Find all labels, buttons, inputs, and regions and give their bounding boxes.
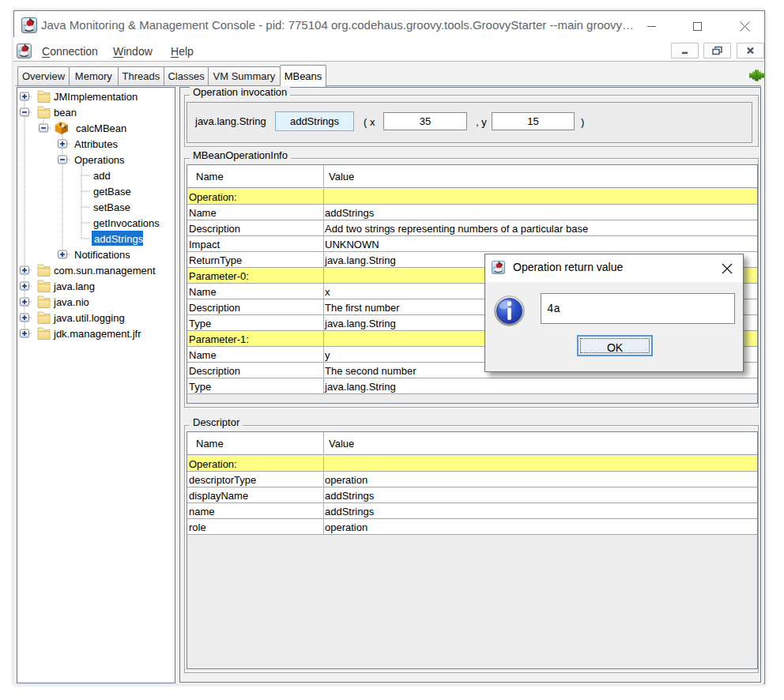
svg-text:jdk.management.jfr: jdk.management.jfr — [53, 328, 141, 340]
svg-text:calcMBean: calcMBean — [76, 122, 126, 134]
svg-text:JMImplementation: JMImplementation — [54, 91, 138, 103]
svg-text:getInvocations: getInvocations — [93, 217, 160, 229]
svg-text:java.lang: java.lang — [53, 280, 95, 292]
svg-text:add: add — [93, 170, 111, 182]
svg-text:Notifications: Notifications — [74, 249, 130, 261]
svg-text:addStrings: addStrings — [94, 233, 144, 245]
svg-text:Operations: Operations — [74, 154, 125, 166]
svg-text:java.nio: java.nio — [53, 296, 89, 308]
svg-text:bean: bean — [54, 107, 77, 119]
svg-text:getBase: getBase — [93, 186, 131, 198]
svg-text:setBase: setBase — [93, 201, 130, 213]
svg-text:java.util.logging: java.util.logging — [53, 312, 125, 324]
svg-text:Attributes: Attributes — [74, 138, 118, 150]
svg-text:com.sun.management: com.sun.management — [54, 265, 156, 277]
